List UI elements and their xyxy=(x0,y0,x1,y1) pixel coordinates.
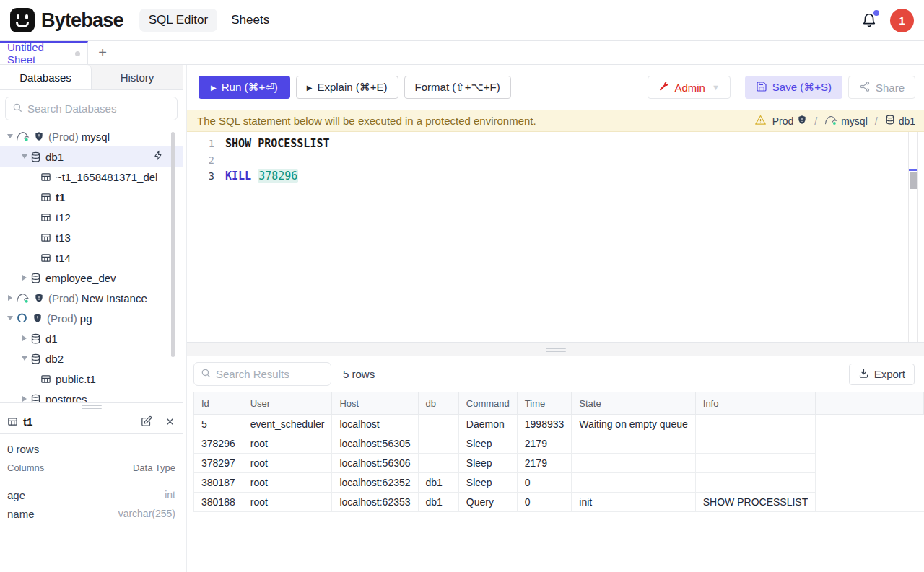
results-resize-handle[interactable] xyxy=(187,342,924,356)
tree-item-label: d1 xyxy=(45,333,58,345)
tab-history[interactable]: History xyxy=(92,65,183,89)
tab-untitled-sheet[interactable]: Untitled Sheet xyxy=(0,41,88,64)
explain-button[interactable]: ▶ Explain (⌘+E) xyxy=(296,76,398,99)
result-cell: localhost:56306 xyxy=(332,454,418,473)
result-cell: 378296 xyxy=(194,434,243,454)
result-row: 380187rootlocalhost:62352db1Sleep0 xyxy=(194,473,924,493)
tree-item-t1[interactable]: t1 xyxy=(0,187,183,207)
tree-item-t14[interactable]: t14 xyxy=(0,247,183,268)
chevron-down-icon: ▼ xyxy=(712,83,720,92)
shield-exclamation-icon xyxy=(797,115,807,127)
tree-item-pg[interactable]: (Prod) pg xyxy=(0,308,183,328)
result-cell: root xyxy=(243,473,332,493)
column-header-filler xyxy=(816,392,924,415)
editor-scrollbar-thumb[interactable] xyxy=(910,172,917,189)
edit-schema-icon[interactable] xyxy=(140,415,152,428)
code-text: SHOW PROCESSLIST xyxy=(220,137,330,150)
editor-toolbar: ▶ Run (⌘+⏎) ▶ Explain (⌘+E) Format (⇧+⌥+… xyxy=(187,65,924,110)
tree-item-label: employee_dev xyxy=(45,272,116,284)
new-sheet-button[interactable]: + xyxy=(88,41,117,64)
result-filler-area xyxy=(816,415,924,512)
result-cell: 0 xyxy=(517,493,572,512)
nav-sql-editor[interactable]: SQL Editor xyxy=(139,9,218,32)
notification-bell-icon[interactable] xyxy=(861,12,877,28)
caret-down-icon[interactable] xyxy=(19,154,30,159)
nav-sheets[interactable]: Sheets xyxy=(222,9,279,32)
tree-item-employee-dev[interactable]: employee_dev xyxy=(0,268,183,288)
result-cell: event_scheduler xyxy=(243,415,332,434)
table-icon xyxy=(40,232,51,243)
code-line[interactable]: 1SHOW PROCESSLIST xyxy=(187,136,924,152)
breadcrumb-environment[interactable]: Prod xyxy=(772,115,808,127)
breadcrumb-database[interactable]: db1 xyxy=(885,115,915,127)
caret-right-icon[interactable] xyxy=(19,275,30,281)
share-icon xyxy=(859,81,871,94)
avatar[interactable]: 1 xyxy=(890,9,914,32)
schema-columns-list: ageintnamevarchar(255) xyxy=(0,480,183,522)
sql-editor[interactable]: 1SHOW PROCESSLIST23KILL 378296 xyxy=(187,132,924,342)
tree-item-postgres[interactable]: postgres xyxy=(0,389,183,402)
column-header-command: Command xyxy=(458,392,517,415)
close-icon[interactable] xyxy=(165,416,175,427)
top-nav: SQL Editor Sheets xyxy=(139,9,279,32)
overview-ruler-mark xyxy=(909,169,917,171)
result-cell: 1998933 xyxy=(517,415,572,434)
tree-item-label: postgres xyxy=(45,393,87,403)
result-cell: init xyxy=(572,493,695,512)
bolt-icon[interactable] xyxy=(153,150,164,163)
share-button[interactable]: Share xyxy=(848,76,915,99)
tree-item-db2[interactable]: db2 xyxy=(0,348,183,369)
tree-item-db1[interactable]: db1 xyxy=(0,146,183,167)
postgres-icon xyxy=(16,312,28,325)
database-search-input[interactable] xyxy=(27,102,170,115)
results-search-input[interactable] xyxy=(216,368,324,380)
caret-right-icon[interactable] xyxy=(4,295,16,301)
brand-title: Bytebase xyxy=(41,9,123,32)
run-button[interactable]: ▶ Run (⌘+⏎) xyxy=(199,76,290,99)
editor-scrollbar[interactable] xyxy=(908,132,918,342)
shield-exclamation-icon xyxy=(34,131,44,141)
save-button[interactable]: Save (⌘+S) xyxy=(745,76,842,99)
notification-dot xyxy=(873,10,879,16)
code-line[interactable]: 3KILL 378296 xyxy=(187,168,924,185)
database-icon xyxy=(30,333,41,344)
sidebar-tabs: Databases History xyxy=(0,65,183,90)
app-header: Bytebase SQL Editor Sheets 1 xyxy=(0,0,924,41)
tree-item--t1-1658481371-del[interactable]: ~t1_1658481371_del xyxy=(0,167,183,187)
result-row: 378297rootlocalhost:56306Sleep2179 xyxy=(194,454,924,473)
result-cell: localhost:62352 xyxy=(332,473,418,493)
warning-triangle-icon xyxy=(754,114,767,128)
format-button[interactable]: Format (⇧+⌥+F) xyxy=(404,76,511,99)
tree-item-t12[interactable]: t12 xyxy=(0,207,183,227)
caret-down-icon[interactable] xyxy=(19,356,30,361)
caret-right-icon[interactable] xyxy=(19,396,30,402)
line-number: 3 xyxy=(187,170,220,182)
tree-item-public-t1[interactable]: public.t1 xyxy=(0,369,183,389)
caret-right-icon[interactable] xyxy=(19,335,30,341)
sidebar-scrollbar[interactable] xyxy=(171,132,175,357)
results-table: IdUserHostdbCommandTimeStateInfo 5event_… xyxy=(193,392,924,512)
result-cell: 380187 xyxy=(194,473,243,493)
tree-item-t13[interactable]: t13 xyxy=(0,227,183,247)
tree-item-d1[interactable]: d1 xyxy=(0,328,183,348)
tree-item-new-instance[interactable]: (Prod) New Instance xyxy=(0,288,183,308)
code-line[interactable]: 2 xyxy=(187,152,924,169)
bytebase-logo-icon xyxy=(10,8,35,32)
protected-environment-banner: The SQL statement below will be executed… xyxy=(187,110,924,132)
download-icon xyxy=(858,368,869,381)
table-icon xyxy=(40,252,51,263)
export-button[interactable]: Export xyxy=(849,364,915,385)
result-cell: 378297 xyxy=(194,454,243,473)
tab-databases[interactable]: Databases xyxy=(0,65,92,89)
tree-item-label: db2 xyxy=(45,353,64,365)
tree-item-mysql[interactable]: (Prod) mysql xyxy=(0,126,183,146)
sidebar-resize-handle[interactable] xyxy=(0,402,183,410)
schema-column-row: ageint xyxy=(0,485,183,503)
caret-down-icon[interactable] xyxy=(4,134,16,138)
result-cell xyxy=(418,415,458,434)
admin-mode-button[interactable]: Admin ▼ xyxy=(648,76,730,99)
result-cell: Sleep xyxy=(458,473,517,493)
breadcrumb-instance[interactable]: mysql xyxy=(824,115,868,128)
database-icon xyxy=(885,115,895,127)
caret-down-icon[interactable] xyxy=(4,316,16,320)
